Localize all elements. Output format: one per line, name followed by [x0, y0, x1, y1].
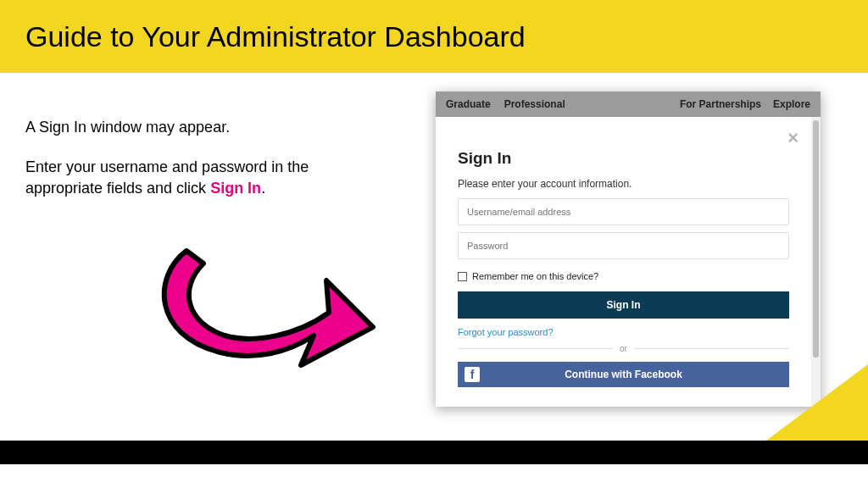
modal-scrollbar[interactable]	[811, 117, 821, 407]
signin-button[interactable]: Sign In	[458, 291, 789, 319]
instruction-post: .	[261, 180, 265, 197]
forgot-password-link[interactable]: Forgot your password?	[458, 327, 789, 337]
screenshot-panel: Graduate Professional For Partnerships E…	[436, 92, 821, 407]
modal-subhead: Please enter your account information.	[458, 178, 789, 190]
site-top-nav: Graduate Professional For Partnerships E…	[436, 92, 821, 117]
facebook-button[interactable]: f Continue with Facebook	[458, 362, 789, 387]
instructions-block: A Sign In window may appear. Enter your …	[25, 117, 364, 219]
or-text: or	[620, 344, 627, 353]
remember-row[interactable]: Remember me on this device?	[458, 271, 789, 281]
password-field[interactable]	[458, 232, 789, 259]
arrow-icon	[127, 217, 381, 386]
instruction-line-2: Enter your username and password in the …	[25, 157, 364, 199]
instruction-line-1: A Sign In window may appear.	[25, 117, 364, 138]
remember-checkbox-icon[interactable]	[458, 272, 467, 281]
divider-or: or	[458, 344, 789, 353]
modal-heading: Sign In	[458, 149, 789, 168]
instruction-highlight: Sign In	[210, 180, 261, 197]
title-bar: Guide to Your Administrator Dashboard	[0, 0, 868, 73]
nav-item-professional[interactable]: Professional	[504, 98, 565, 110]
signin-modal: × Sign In Please enter your account info…	[436, 117, 821, 407]
nav-item-graduate[interactable]: Graduate	[446, 98, 491, 110]
nav-item-partnerships[interactable]: For Partnerships	[680, 98, 761, 110]
instruction-pre: Enter your username and password in the …	[25, 158, 309, 197]
corner-triangle-decoration	[766, 364, 868, 441]
facebook-icon: f	[465, 367, 480, 382]
content-area: A Sign In window may appear. Enter your …	[0, 73, 868, 464]
nav-item-explore[interactable]: Explore	[773, 98, 810, 110]
page-title: Guide to Your Administrator Dashboard	[25, 20, 526, 53]
username-field[interactable]	[458, 198, 789, 225]
footer-strip	[0, 441, 868, 464]
remember-label: Remember me on this device?	[472, 271, 598, 281]
facebook-button-label: Continue with Facebook	[565, 369, 682, 380]
close-icon[interactable]: ×	[787, 129, 798, 147]
